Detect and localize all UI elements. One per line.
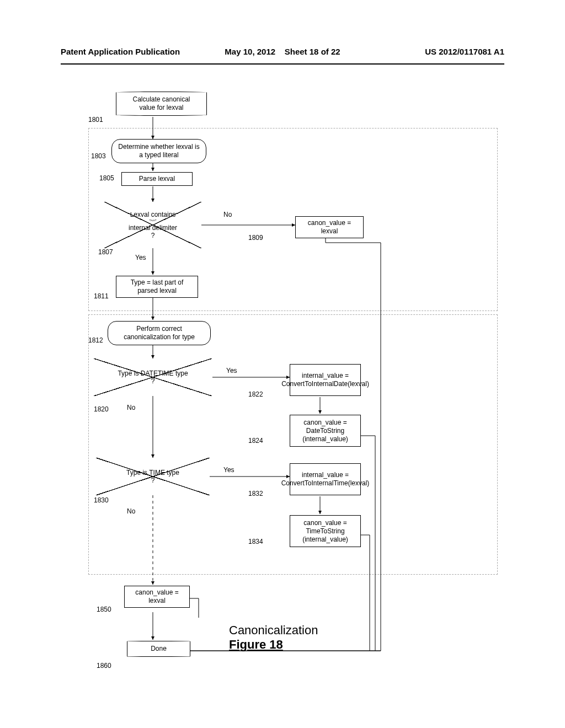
ref-1812: 1812 bbox=[88, 336, 103, 344]
label-1820-no: No bbox=[127, 404, 135, 411]
node-1824: canon_value = DateToString (internal_val… bbox=[290, 415, 361, 447]
node-1820-l1: Type is DATETIME type bbox=[118, 370, 188, 377]
node-1834-text: canon_value = TimeToString (internal_val… bbox=[294, 519, 357, 544]
label-1807-yes: Yes bbox=[135, 254, 146, 261]
ref-1809: 1809 bbox=[248, 234, 263, 242]
node-1822-text: internal_value = ConvertToInternalDate(l… bbox=[281, 372, 369, 388]
ref-1811: 1811 bbox=[94, 292, 109, 300]
node-1812: Perform correct canonicalization for typ… bbox=[108, 321, 211, 345]
header-date: May 10, 2012 bbox=[225, 47, 275, 56]
flowchart-canvas: Calculate canonical value for lexval 180… bbox=[72, 88, 502, 695]
figure-number: Figure 18 bbox=[229, 638, 318, 652]
page-header: Patent Application Publication May 10, 2… bbox=[61, 47, 504, 65]
node-done: Done bbox=[127, 641, 190, 657]
node-1809: canon_value = lexval bbox=[295, 216, 364, 238]
label-1830-yes: Yes bbox=[223, 466, 234, 474]
ref-1860: 1860 bbox=[97, 662, 111, 670]
ref-1805: 1805 bbox=[99, 174, 114, 182]
node-1824-text: canon_value = DateToString (internal_val… bbox=[294, 419, 357, 443]
node-1807-l3: internal delimiter bbox=[129, 224, 177, 232]
header-sheet: Sheet 18 of 22 bbox=[285, 47, 340, 56]
node-1830-l2: ? bbox=[151, 477, 155, 484]
node-1805-text: Parse lexval bbox=[139, 175, 175, 183]
ref-1820: 1820 bbox=[94, 405, 109, 413]
node-start-text: Calculate canonical value for lexval bbox=[124, 95, 199, 112]
ref-1822: 1822 bbox=[248, 390, 263, 398]
header-docnum: US 2012/0117081 A1 bbox=[356, 47, 504, 63]
label-1820-yes: Yes bbox=[226, 367, 237, 374]
node-done-text: Done bbox=[151, 645, 167, 653]
node-1811-text: Type = last part of parsed lexval bbox=[120, 279, 194, 295]
header-mid: May 10, 2012 Sheet 18 of 22 bbox=[209, 47, 356, 63]
node-1811: Type = last part of parsed lexval bbox=[116, 276, 198, 298]
node-1834: canon_value = TimeToString (internal_val… bbox=[290, 515, 361, 547]
ref-1801: 1801 bbox=[88, 116, 103, 124]
ref-1832: 1832 bbox=[248, 490, 263, 497]
label-1807-no: No bbox=[223, 211, 232, 218]
ref-1803: 1803 bbox=[91, 152, 106, 160]
node-1807-l4: ? bbox=[151, 232, 155, 239]
ref-1834: 1834 bbox=[248, 538, 263, 545]
ref-1850: 1850 bbox=[97, 606, 111, 613]
node-1830-l1: Type is TIME type bbox=[126, 469, 179, 477]
node-1807-l2: "^^" bbox=[149, 218, 156, 224]
node-1820-l2: ? bbox=[151, 377, 155, 385]
node-1832: internal_value = ConvertToInternalTime(l… bbox=[290, 463, 361, 495]
node-1803: Determine whether lexval is a typed lite… bbox=[111, 139, 206, 163]
node-1832-text: internal_value = ConvertToInternalTime(l… bbox=[281, 471, 370, 488]
figure-caption: Canonicalization Figure 18 bbox=[229, 623, 318, 652]
ref-1830: 1830 bbox=[94, 496, 109, 504]
ref-1807: 1807 bbox=[98, 248, 113, 256]
ref-1824: 1824 bbox=[248, 437, 263, 445]
node-1805: Parse lexval bbox=[121, 172, 193, 186]
node-1822: internal_value = ConvertToInternalDate(l… bbox=[290, 364, 361, 396]
node-1812-text: Perform correct canonicalization for typ… bbox=[114, 325, 205, 341]
node-1850-text: canon_value = lexval bbox=[128, 588, 186, 605]
node-1807-l1: Lexval contains bbox=[130, 211, 176, 218]
node-1809-text: canon_value = lexval bbox=[299, 219, 360, 235]
header-left: Patent Application Publication bbox=[61, 47, 209, 63]
label-1830-no: No bbox=[127, 507, 135, 515]
node-1850: canon_value = lexval bbox=[124, 586, 190, 608]
node-start: Calculate canonical value for lexval bbox=[116, 92, 207, 116]
node-1803-text: Determine whether lexval is a typed lite… bbox=[118, 143, 200, 159]
figure-title-text: Canonicalization bbox=[229, 623, 318, 638]
